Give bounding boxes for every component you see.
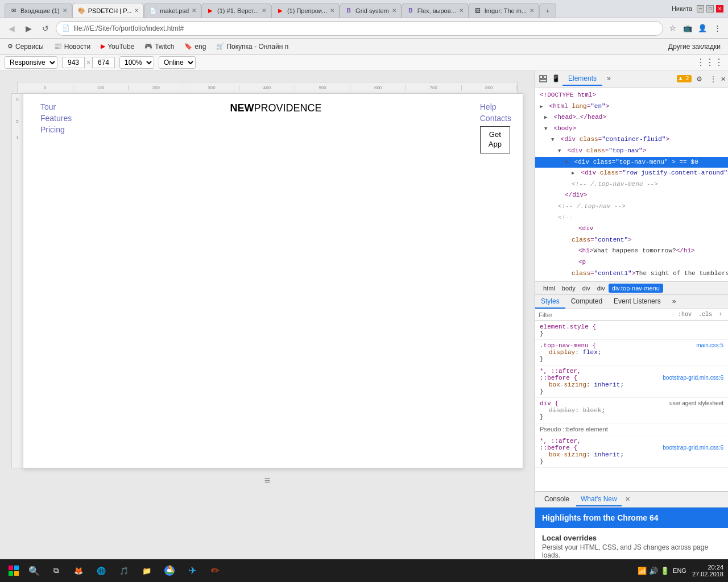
dom-line-body[interactable]: ▼ <body> (535, 123, 728, 135)
tab-psdetch[interactable]: 🎨 PSDETCH | P... ✕ (72, 3, 144, 18)
dom-line-h1[interactable]: <h1>What happens tomorrow?</h1> (535, 246, 728, 257)
viewport-width-input[interactable] (62, 57, 85, 68)
reload-button[interactable]: ↺ (39, 22, 52, 35)
maximize-button[interactable]: □ (706, 5, 714, 13)
console-tab-whatsnew[interactable]: What's New (576, 493, 622, 506)
devtools-settings-icon[interactable]: ⚙ (694, 73, 705, 85)
taskbar-app-firefox[interactable]: 🦊 (68, 560, 89, 581)
dom-line-p-class[interactable]: class="content1">The sight of the tumble… (535, 268, 728, 280)
chromecast-button[interactable]: 📺 (681, 22, 694, 35)
bookmark-servisy[interactable]: ⚙ Сервисы (5, 41, 47, 52)
tab-maket[interactable]: 📄 maket.psd ✕ (144, 3, 201, 18)
expand-topnav[interactable]: ▼ (558, 147, 564, 155)
nav-link-features[interactable]: Features (40, 114, 72, 123)
viewport-more-icon[interactable]: ⋮⋮⋮ (696, 57, 723, 68)
minimize-button[interactable]: ─ (697, 5, 704, 13)
new-tab-button[interactable]: + (539, 3, 556, 18)
dom-line-container[interactable]: ▼ <div class="container-fluid"> (535, 134, 728, 146)
tab-close-maket[interactable]: ✕ (192, 7, 196, 14)
bookmark-other[interactable]: Другие закладки (665, 41, 723, 52)
breadcrumb-active[interactable]: div.top-nav-menu (609, 284, 663, 293)
console-tab-console[interactable]: Console (540, 493, 574, 506)
taskbar-app-files[interactable]: 📁 (136, 560, 157, 581)
breadcrumb-div1[interactable]: div (579, 284, 594, 293)
viewport-height-input[interactable] (92, 57, 115, 68)
tab-close-psdetch[interactable]: ✕ (134, 7, 139, 14)
tab-imgur[interactable]: 🖼 Imgur: The m... ✕ (469, 3, 539, 18)
devtools-inspect-icon[interactable] (537, 73, 549, 85)
dom-line-top-nav-menu[interactable]: ▼ <div class="top-nav-menu" > == $0 (535, 157, 728, 168)
taskbar-app-figma[interactable]: ✏ (205, 560, 225, 581)
dom-line-head[interactable]: ▶ <head>…</head> (535, 112, 728, 123)
breadcrumb-div2[interactable]: div (594, 284, 609, 293)
dom-line-div-close[interactable]: </div> (535, 190, 728, 201)
start-button[interactable] (5, 562, 23, 580)
tab-yt1[interactable]: ▶ (1) #1. Верст... ✕ (201, 3, 271, 18)
dom-line-class-content[interactable]: class="content"> (535, 235, 728, 246)
close-button[interactable]: ✕ (716, 5, 723, 13)
profile-button[interactable]: 👤 (696, 22, 709, 35)
taskbar-search-button[interactable]: 🔍 (25, 562, 43, 580)
systray-battery-icon[interactable]: 🔋 (660, 567, 669, 575)
bookmark-eng[interactable]: 🔖 eng (181, 41, 209, 52)
devtools-device-icon[interactable]: 📱 (550, 73, 561, 85)
taskbar-app-taskview[interactable]: ⧉ (46, 560, 66, 581)
bookmark-youtube[interactable]: ▶ YouTube (98, 41, 137, 52)
dom-line-row[interactable]: ▶ <div class="row justify-content-around… (535, 168, 728, 179)
viewport-mode-select[interactable]: Responsive (5, 56, 57, 69)
dom-line-comment-topnav[interactable]: <!-- /.top-nav --> (535, 201, 728, 213)
styles-subtab-computed[interactable]: Computed (565, 295, 608, 309)
expand-head[interactable]: ▶ (544, 114, 550, 122)
taskbar-app-chrome[interactable] (159, 560, 180, 581)
expand-topnavmenu[interactable]: ▼ (565, 159, 570, 167)
forward-button[interactable]: ▶ (22, 22, 35, 35)
dom-line-div-content-open[interactable]: <div (535, 223, 728, 235)
breadcrumb-html[interactable]: html (540, 284, 559, 293)
back-button[interactable]: ◀ (5, 22, 18, 35)
systray-volume-icon[interactable]: 🔊 (649, 567, 658, 575)
get-app-button[interactable]: Get App (480, 126, 510, 153)
tab-close-imgur[interactable]: ✕ (530, 7, 534, 14)
css-source-main[interactable]: main.css:5 (696, 342, 723, 348)
viewport-zoom-select[interactable]: 100% (119, 56, 154, 69)
css-source-bootstrap2[interactable]: bootstrap-grid.min.css:6 (663, 444, 723, 451)
filter-hov[interactable]: :hov (676, 311, 694, 318)
bookmark-star-button[interactable]: ☆ (667, 22, 679, 35)
tab-close-yt2[interactable]: ✕ (330, 7, 334, 14)
dom-line-comment-menu[interactable]: <!-- /.top-nav-menu --> (535, 179, 728, 190)
tab-close-gmail[interactable]: ✕ (63, 7, 67, 14)
bookmark-novosti[interactable]: 📰 Новости (51, 41, 93, 52)
filter-add[interactable]: + (717, 311, 725, 318)
nav-link-tour[interactable]: Tour (40, 102, 72, 111)
tab-flex[interactable]: B Flex, выров... ✕ (402, 3, 469, 18)
css-source-bootstrap[interactable]: bootstrap-grid.min.css:6 (663, 375, 723, 381)
devtools-close-icon[interactable]: ✕ (721, 74, 726, 84)
dom-line-top-nav[interactable]: ▼ <div class="top-nav"> (535, 146, 728, 157)
tab-grid[interactable]: B Grid system ✕ (340, 3, 402, 18)
dom-line-p-open[interactable]: <p (535, 257, 728, 268)
tab-close-flex[interactable]: ✕ (459, 7, 464, 14)
expand-body[interactable]: ▼ (544, 125, 550, 133)
devtools-warning-badge[interactable]: ▲ 2 (677, 75, 692, 82)
console-tab-close[interactable]: ✕ (625, 496, 630, 503)
devtools-more-icon[interactable]: ⋮ (708, 73, 719, 85)
dom-line-doctype[interactable]: <!DOCTYPE html> (535, 90, 728, 101)
devtools-tab-more[interactable]: » (603, 73, 614, 85)
expand-row[interactable]: ▶ (572, 169, 577, 177)
tab-yt2[interactable]: ▶ (1) Препрои... ✕ (271, 3, 340, 18)
nav-link-pricing[interactable]: Pricing (40, 125, 72, 134)
bookmark-shop[interactable]: 🛒 Покупка - Онлайн п (213, 41, 291, 52)
taskbar-app-edge[interactable]: 🌐 (91, 560, 111, 581)
styles-subtab-eventlisteners[interactable]: Event Listeners (608, 295, 667, 309)
systray-network-icon[interactable]: 📶 (638, 567, 647, 575)
expand-container[interactable]: ▼ (551, 136, 557, 144)
dom-line-html[interactable]: ▶ <html lang="en"> (535, 101, 728, 113)
taskbar-app-music[interactable]: 🎵 (114, 560, 134, 581)
styles-subtab-styles[interactable]: Styles (535, 295, 565, 309)
styles-subtab-more[interactable]: » (667, 295, 682, 309)
address-bar[interactable]: 📄 file:///E:/Site/To/portfolio/indext.ht… (56, 21, 663, 36)
nav-link-help[interactable]: Help (480, 102, 497, 111)
devtools-tab-elements[interactable]: Elements (562, 72, 602, 86)
viewport-network-select[interactable]: Online (159, 56, 196, 69)
tab-close-yt1[interactable]: ✕ (262, 7, 266, 14)
